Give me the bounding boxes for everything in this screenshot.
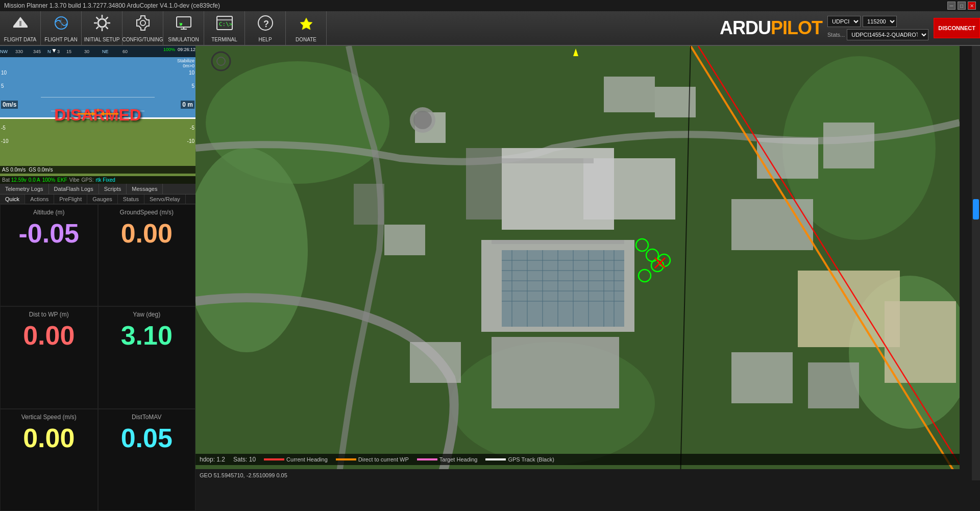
flight-data-label: FLIGHT DATA	[4, 37, 36, 42]
svg-rect-34	[823, 123, 874, 168]
groundspeed-value: 0.00	[121, 218, 173, 249]
hud-current: 0.0 A	[29, 177, 40, 183]
connection-panel: UDPCI 115200 Stats... UDPCI14554-2-QUADR…	[827, 16, 928, 40]
subtab-servo-relay[interactable]: Servo/Relay	[144, 194, 186, 204]
hud-ekf: EKF	[57, 177, 67, 183]
hud-speed-readout: 0m/s	[1, 101, 18, 109]
subtab-preflight[interactable]: PreFlight	[54, 194, 87, 204]
logo-ardu: ARDU	[720, 17, 771, 38]
toolbar-flight-plan[interactable]: FLIGHT PLAN	[41, 11, 82, 45]
tab-telemetry-logs[interactable]: Telemetry Logs	[0, 184, 49, 194]
tab-dataflash-logs[interactable]: DataFlash Logs	[49, 184, 99, 194]
svg-rect-38	[731, 352, 793, 403]
subtab-status[interactable]: Status	[118, 194, 144, 204]
pitch-line-10	[41, 97, 155, 98]
toolbar: FLIGHT DATA FLIGHT PLAN INITIAL SETUP CO…	[0, 11, 980, 46]
compass-heading-arrow: ▼	[51, 47, 57, 54]
scroll-thumb[interactable]	[973, 199, 979, 220]
compass-nw: NW	[0, 49, 8, 54]
toolbar-simulation[interactable]: SIMULATION	[163, 11, 204, 45]
titlebar: Mission Planner 1.3.70 build 1.3.7277.34…	[0, 0, 980, 11]
tab-scripts[interactable]: Scripts	[99, 184, 127, 194]
hud-bat: Bat 12.59v	[2, 177, 27, 183]
toolbar-flight-data[interactable]: FLIGHT DATA	[0, 11, 41, 45]
subtab-gauges[interactable]: Gauges	[87, 194, 118, 204]
legend-color-wp	[336, 458, 356, 460]
altitude-value: -0.05	[18, 218, 79, 249]
distmav-value: 0.05	[121, 423, 173, 453]
vspeed-label: Vertical Speed (m/s)	[21, 413, 77, 421]
hud-scale-left-neg: -5 -10	[1, 121, 8, 148]
map-scrollbar[interactable]	[972, 46, 980, 480]
hud-panel: NW 330 345 N 3 15 30 NE 60 ▼ 100% 09:26:…	[0, 46, 195, 184]
protocol-select[interactable]: UDPCI	[827, 16, 861, 27]
toolbar-initial-setup[interactable]: INITIAL SETUP	[82, 11, 122, 45]
hud-gs: GS 0.0m/s	[29, 167, 53, 173]
vehicle-select[interactable]: UDPCI14554-2-QUADROT	[847, 29, 928, 40]
svg-rect-8	[177, 17, 191, 27]
svg-text:?: ?	[263, 19, 269, 29]
disconnect-button[interactable]: DISCONNECT	[934, 18, 980, 38]
compass-330: 330	[15, 49, 23, 54]
legend-label-target: Target Heading	[439, 456, 478, 463]
svg-rect-31	[502, 158, 594, 163]
compass-3: 3	[57, 49, 60, 54]
svg-rect-39	[808, 362, 859, 408]
help-icon: ?	[256, 14, 275, 36]
legend-color-target	[417, 458, 437, 460]
compass-ne: NE	[102, 49, 109, 54]
window-controls: ─ □ ✕	[947, 2, 976, 10]
svg-rect-29	[492, 337, 619, 408]
compass-60: 60	[122, 49, 128, 54]
sub-tabs: Quick Actions PreFlight Gauges Status Se…	[0, 194, 195, 204]
svg-point-7	[140, 20, 145, 26]
compass-n: N	[47, 49, 51, 54]
initial-setup-icon	[93, 14, 111, 36]
svg-rect-33	[757, 138, 818, 179]
hud-gps-label: GPS:	[82, 177, 94, 183]
simulation-icon	[175, 14, 193, 36]
toolbar-donate[interactable]: DONATE	[286, 11, 327, 45]
svg-rect-60	[354, 184, 384, 225]
distmav-label: DistToMAV	[132, 413, 161, 421]
map-satellite-view[interactable]	[195, 46, 960, 480]
sats-text: Sats: 10	[233, 456, 256, 463]
map-bottom-overlay: hdop: 1.2 Sats: 10 Current Heading Direc…	[195, 454, 960, 465]
svg-marker-19	[92, 112, 96, 116]
ardupilot-logo: ARDUPILOT	[720, 17, 822, 39]
stats-label: Stats...	[827, 32, 845, 38]
toolbar-config-tuning[interactable]: CONFIG/TUNING	[122, 11, 163, 45]
vspeed-value: 0.00	[23, 423, 75, 453]
baud-select[interactable]: 115200	[863, 16, 897, 27]
minimize-button[interactable]: ─	[947, 2, 955, 10]
dist-wp-label: Dist to WP (m)	[29, 311, 69, 318]
svg-point-6	[98, 19, 106, 27]
subtab-quick[interactable]: Quick	[0, 194, 25, 204]
hud-time: 09:26:12	[178, 47, 195, 52]
restore-button[interactable]: □	[958, 2, 966, 10]
subtab-actions[interactable]: Actions	[25, 194, 54, 204]
altitude-label: Altitude (m)	[33, 209, 64, 216]
hud-mode: Stabilize 0m>0	[177, 58, 194, 68]
metric-distmav: DistToMAV 0.05	[98, 409, 196, 511]
flight-plan-label: FLIGHT PLAN	[44, 37, 77, 42]
hud-as: AS 0.0m/s	[2, 167, 26, 173]
hud-compass: NW 330 345 N 3 15 30 NE 60 ▼ 100% 09:26:…	[0, 46, 195, 57]
svg-rect-41	[384, 225, 425, 255]
hud-mode-alt: 0m>0	[177, 63, 194, 68]
quick-panel: Altitude (m) -0.05 GroundSpeed (m/s) 0.0…	[0, 204, 195, 511]
legend-direct-wp: Direct to current WP	[336, 456, 409, 463]
svg-rect-42	[410, 342, 461, 383]
simulation-label: SIMULATION	[168, 37, 199, 42]
legend-gps-track: GPS Track (Black)	[485, 456, 554, 463]
legend-target-heading: Target Heading	[417, 456, 478, 463]
close-button[interactable]: ✕	[968, 2, 976, 10]
compass-15: 15	[66, 49, 71, 54]
tab-messages[interactable]: Messages	[127, 184, 163, 194]
hud-telemetry-bar: AS 0.0m/s GS 0.0m/s	[0, 166, 195, 174]
legend-label-wp: Direct to current WP	[358, 456, 409, 463]
toolbar-terminal[interactable]: C:\> TERMINAL	[204, 11, 245, 45]
toolbar-help[interactable]: ? HELP	[245, 11, 286, 45]
map-area[interactable]: hdop: 1.2 Sats: 10 Current Heading Direc…	[195, 46, 960, 480]
metric-yaw: Yaw (deg) 3.10	[98, 306, 196, 408]
